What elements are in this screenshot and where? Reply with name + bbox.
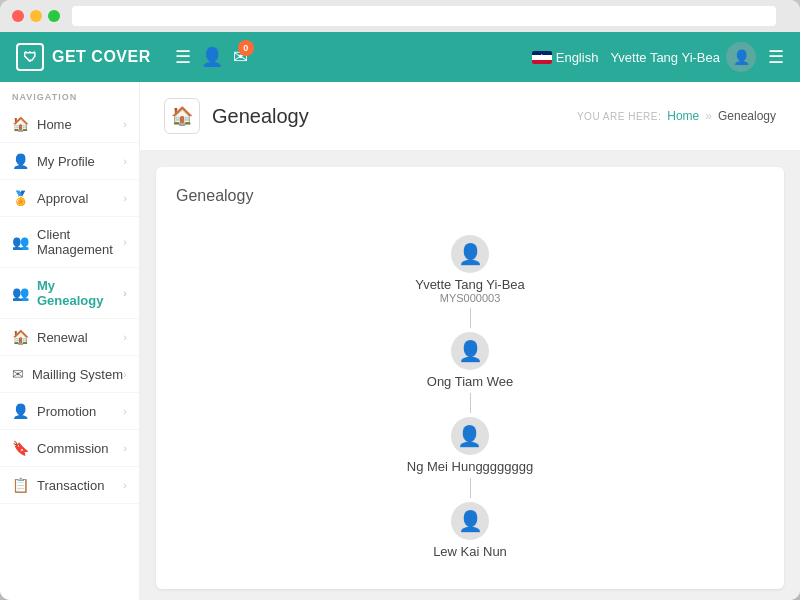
sidebar-item-approval[interactable]: 🏅 Approval › xyxy=(0,180,139,217)
approval-icon: 🏅 xyxy=(12,190,29,206)
chevron-icon: › xyxy=(123,192,127,204)
app-window: 🛡 GET COVER ☰ 👤 ✉ 0 English Yvette Tang … xyxy=(0,0,800,600)
user-name: Yvette Tang Yi-Bea xyxy=(610,50,720,65)
sidebar-item-commission[interactable]: 🔖 Commission › xyxy=(0,430,139,467)
node-name-1: Ong Tiam Wee xyxy=(427,374,513,389)
page-title: Genealogy xyxy=(212,105,309,128)
node-name-2: Ng Mei Hungggggggg xyxy=(407,459,533,474)
my-profile-icon: 👤 xyxy=(12,153,29,169)
breadcrumb: YOU ARE HERE: Home » Genealogy xyxy=(577,109,776,123)
sidebar-item-mailing-system[interactable]: ✉ Mailling System › xyxy=(0,356,139,393)
sidebar-item-transaction[interactable]: 📋 Transaction › xyxy=(0,467,139,504)
sidebar-label-mailing-system: Mailling System xyxy=(32,367,123,382)
node-id-root: MYS000003 xyxy=(440,292,501,304)
sidebar-label-commission: Commission xyxy=(37,441,109,456)
node-avatar-1: 👤 xyxy=(451,332,489,370)
sidebar-label-home: Home xyxy=(37,117,72,132)
sidebar-nav-label: NAVIGATION xyxy=(0,82,139,106)
flag-icon xyxy=(532,51,552,64)
hamburger-menu-button[interactable]: ☰ xyxy=(175,46,191,68)
node-avatar-3: 👤 xyxy=(451,502,489,540)
transaction-icon: 📋 xyxy=(12,477,29,493)
chevron-icon: › xyxy=(123,331,127,343)
tree-node-root: 👤 Yvette Tang Yi-Bea MYS000003 xyxy=(415,235,525,304)
traffic-lights xyxy=(12,10,60,22)
close-button[interactable] xyxy=(12,10,24,22)
logo-icon: 🛡 xyxy=(16,43,44,71)
sidebar-item-promotion[interactable]: 👤 Promotion › xyxy=(0,393,139,430)
chevron-icon: › xyxy=(123,368,127,380)
language-label: English xyxy=(556,50,599,65)
sidebar-item-my-profile[interactable]: 👤 My Profile › xyxy=(0,143,139,180)
sidebar-item-home[interactable]: 🏠 Home › xyxy=(0,106,139,143)
chevron-icon: › xyxy=(123,405,127,417)
renewal-icon: 🏠 xyxy=(12,329,29,345)
logo-text: GET COVER xyxy=(52,48,151,66)
node-name-3: Lew Kai Nun xyxy=(433,544,507,559)
main-layout: NAVIGATION 🏠 Home › 👤 My Profile › 🏅 A xyxy=(0,82,800,600)
tree-node-1: 👤 Ong Tiam Wee xyxy=(427,332,513,389)
mailing-icon: ✉ xyxy=(12,366,24,382)
notification-badge: 0 xyxy=(238,40,254,56)
genealogy-card: Genealogy 👤 Yvette Tang Yi-Bea MYS000003… xyxy=(156,167,784,589)
address-bar[interactable] xyxy=(72,6,776,26)
chevron-icon: › xyxy=(123,236,127,248)
tree-connector-2 xyxy=(470,393,471,413)
breadcrumb-current: Genealogy xyxy=(718,109,776,123)
chevron-icon: › xyxy=(123,155,127,167)
page-title-area: 🏠 Genealogy xyxy=(164,98,309,134)
title-bar xyxy=(0,0,800,32)
profile-icon: 👤 xyxy=(201,46,223,68)
sidebar-item-renewal[interactable]: 🏠 Renewal › xyxy=(0,319,139,356)
breadcrumb-label: YOU ARE HERE: xyxy=(577,111,661,122)
language-selector[interactable]: English xyxy=(532,50,599,65)
content-body: Genealogy 👤 Yvette Tang Yi-Bea MYS000003… xyxy=(140,151,800,600)
minimize-button[interactable] xyxy=(30,10,42,22)
top-nav-right: English Yvette Tang Yi-Bea 👤 ☰ xyxy=(532,42,784,72)
page-title-icon: 🏠 xyxy=(164,98,200,134)
sidebar-item-my-genealogy[interactable]: 👥 My Genealogy › xyxy=(0,268,139,319)
sidebar-label-client-management: Client Management xyxy=(37,227,123,257)
hamburger-icon: ☰ xyxy=(175,46,191,68)
right-hamburger-button[interactable]: ☰ xyxy=(768,46,784,68)
chevron-icon: › xyxy=(123,287,127,299)
my-genealogy-icon: 👥 xyxy=(12,285,29,301)
content-area: 🏠 Genealogy YOU ARE HERE: Home » Genealo… xyxy=(140,82,800,600)
node-avatar-root: 👤 xyxy=(451,235,489,273)
commission-icon: 🔖 xyxy=(12,440,29,456)
card-title: Genealogy xyxy=(176,187,764,205)
page-header: 🏠 Genealogy YOU ARE HERE: Home » Genealo… xyxy=(140,82,800,151)
tree-node-3: 👤 Lew Kai Nun xyxy=(433,502,507,559)
profile-button[interactable]: 👤 xyxy=(201,46,223,68)
client-management-icon: 👥 xyxy=(12,234,29,250)
node-name-root: Yvette Tang Yi-Bea xyxy=(415,277,525,292)
logo[interactable]: 🛡 GET COVER xyxy=(16,43,151,71)
sidebar: NAVIGATION 🏠 Home › 👤 My Profile › 🏅 A xyxy=(0,82,140,600)
chevron-icon: › xyxy=(123,479,127,491)
tree-node-2: 👤 Ng Mei Hungggggggg xyxy=(407,417,533,474)
maximize-button[interactable] xyxy=(48,10,60,22)
tree-connector-1 xyxy=(470,308,471,328)
tree-connector-3 xyxy=(470,478,471,498)
chevron-icon: › xyxy=(123,442,127,454)
genealogy-tree: 👤 Yvette Tang Yi-Bea MYS000003 👤 Ong Tia… xyxy=(176,225,764,569)
home-icon: 🏠 xyxy=(12,116,29,132)
top-nav-controls: ☰ 👤 ✉ 0 xyxy=(175,46,248,68)
sidebar-label-approval: Approval xyxy=(37,191,88,206)
sidebar-item-client-management[interactable]: 👥 Client Management › xyxy=(0,217,139,268)
user-avatar: 👤 xyxy=(726,42,756,72)
sidebar-label-my-genealogy: My Genealogy xyxy=(37,278,123,308)
notification-button[interactable]: ✉ 0 xyxy=(233,46,248,68)
breadcrumb-separator: » xyxy=(705,109,712,123)
sidebar-label-promotion: Promotion xyxy=(37,404,96,419)
node-avatar-2: 👤 xyxy=(451,417,489,455)
breadcrumb-home-link[interactable]: Home xyxy=(667,109,699,123)
promotion-icon: 👤 xyxy=(12,403,29,419)
top-nav: 🛡 GET COVER ☰ 👤 ✉ 0 English Yvette Tang … xyxy=(0,32,800,82)
sidebar-label-transaction: Transaction xyxy=(37,478,104,493)
sidebar-label-my-profile: My Profile xyxy=(37,154,95,169)
sidebar-label-renewal: Renewal xyxy=(37,330,88,345)
user-info[interactable]: Yvette Tang Yi-Bea 👤 xyxy=(610,42,756,72)
chevron-icon: › xyxy=(123,118,127,130)
